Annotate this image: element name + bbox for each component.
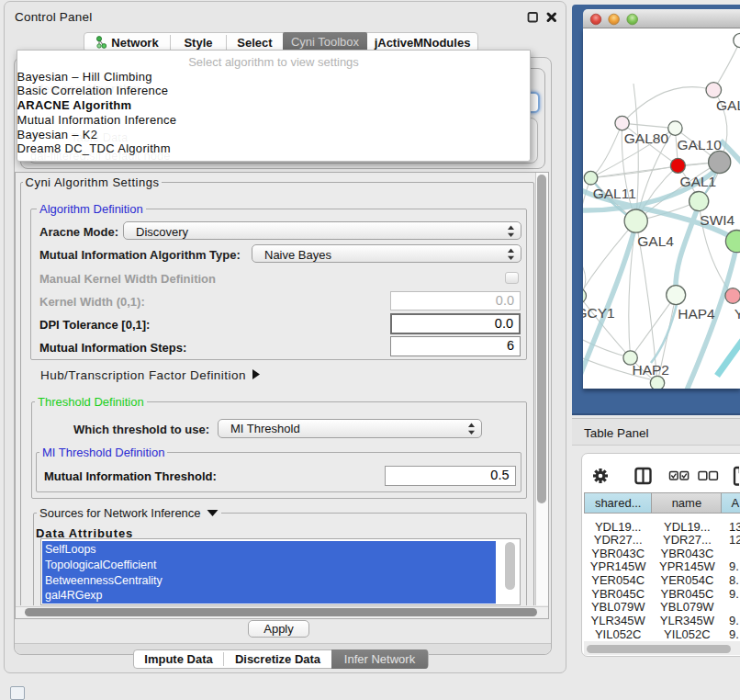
svg-text:GAL7: GAL7	[716, 97, 740, 113]
svg-text:HAP4: HAP4	[678, 306, 715, 322]
svg-text:GAL11: GAL11	[593, 186, 636, 201]
svg-text:GAL1: GAL1	[680, 174, 717, 189]
svg-text:HAP2: HAP2	[633, 362, 670, 378]
svg-text:SWI4: SWI4	[700, 212, 734, 228]
svg-text:GAL80: GAL80	[624, 130, 669, 146]
svg-text:GAL4: GAL4	[637, 233, 674, 249]
svg-text:YER: YER	[734, 306, 740, 322]
svg-text:GAL10: GAL10	[678, 137, 723, 152]
svg-text:GCY1: GCY1	[583, 305, 615, 321]
